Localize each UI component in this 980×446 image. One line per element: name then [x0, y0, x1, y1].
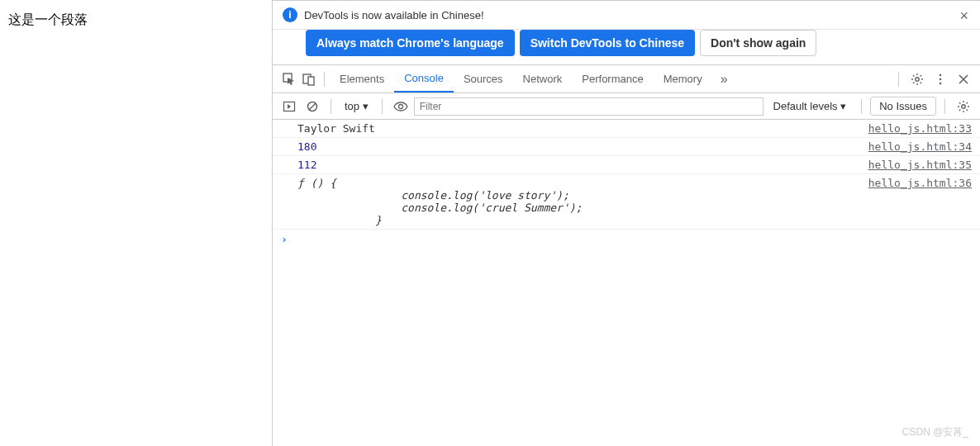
language-banner: i DevTools is now available in Chinese! … — [273, 1, 980, 30]
separator — [944, 99, 945, 114]
more-tabs-icon[interactable]: » — [712, 72, 736, 87]
devtools-panel: i DevTools is now available in Chinese! … — [273, 0, 980, 446]
svg-point-5 — [940, 78, 942, 80]
log-source-link[interactable]: hello_js.html:34 — [868, 140, 972, 153]
log-source-link[interactable]: hello_js.html:35 — [868, 159, 972, 171]
tab-performance[interactable]: Performance — [572, 65, 653, 93]
devtools-tabs: Elements Console Sources Network Perform… — [273, 65, 980, 93]
inspect-icon[interactable] — [279, 69, 299, 89]
log-value: ƒ () { console.log('love story'); consol… — [297, 177, 868, 226]
close-devtools-icon[interactable] — [954, 69, 973, 89]
issues-button[interactable]: No Issues — [870, 97, 936, 116]
page-paragraph: 这是一个段落 — [8, 12, 264, 29]
page-content: 这是一个段落 — [0, 0, 273, 446]
svg-point-9 — [398, 104, 402, 108]
tab-sources[interactable]: Sources — [454, 65, 513, 93]
log-source-link[interactable]: hello_js.html:36 — [868, 177, 972, 226]
separator — [324, 72, 325, 87]
console-toolbar: top ▾ Default levels ▾ No Issues — [273, 93, 980, 120]
device-toggle-icon[interactable] — [299, 69, 319, 89]
gear-icon[interactable] — [907, 69, 927, 89]
log-value: Taylor Swift — [297, 122, 868, 135]
log-source-link[interactable]: hello_js.html:33 — [868, 122, 972, 135]
match-language-button[interactable]: Always match Chrome's language — [306, 30, 515, 56]
svg-point-3 — [916, 77, 919, 80]
console-log-row: 180 hello_js.html:34 — [273, 138, 980, 156]
watermark: CSDN @安苒_ — [902, 425, 968, 439]
sidebar-toggle-icon[interactable] — [279, 97, 299, 116]
svg-point-6 — [940, 82, 942, 84]
tab-console[interactable]: Console — [394, 65, 454, 93]
context-selector[interactable]: top ▾ — [340, 100, 373, 112]
banner-buttons: Always match Chrome's language Switch De… — [273, 30, 980, 65]
info-icon: i — [283, 7, 297, 22]
tab-network[interactable]: Network — [513, 65, 573, 93]
console-log-row: ƒ () { console.log('love story'); consol… — [273, 174, 980, 230]
tab-elements[interactable]: Elements — [330, 65, 394, 93]
log-levels-selector[interactable]: Default levels ▾ — [767, 100, 854, 112]
console-log-row: 112 hello_js.html:35 — [273, 156, 980, 174]
close-icon[interactable]: × — [959, 7, 968, 25]
console-output: Taylor Swift hello_js.html:33 180 hello_… — [273, 120, 980, 446]
kebab-menu-icon[interactable] — [930, 69, 950, 89]
chevron-right-icon: › — [281, 233, 288, 245]
banner-message: DevTools is now available in Chinese! — [304, 9, 484, 21]
separator — [898, 72, 899, 87]
filter-input[interactable] — [414, 97, 764, 116]
dismiss-button[interactable]: Don't show again — [700, 30, 816, 56]
svg-rect-2 — [308, 77, 314, 85]
gear-icon[interactable] — [954, 97, 973, 116]
console-log-row: Taylor Swift hello_js.html:33 — [273, 120, 980, 138]
svg-point-10 — [962, 104, 965, 107]
separator — [382, 99, 383, 114]
separator — [861, 99, 862, 114]
tab-memory[interactable]: Memory — [654, 65, 712, 93]
console-prompt[interactable]: › — [273, 230, 980, 249]
svg-point-4 — [940, 74, 942, 76]
switch-language-button[interactable]: Switch DevTools to Chinese — [520, 30, 695, 56]
eye-icon[interactable] — [391, 97, 411, 116]
clear-console-icon[interactable] — [302, 97, 322, 116]
log-value: 112 — [297, 159, 868, 171]
log-value: 180 — [297, 140, 868, 153]
separator — [331, 99, 331, 114]
